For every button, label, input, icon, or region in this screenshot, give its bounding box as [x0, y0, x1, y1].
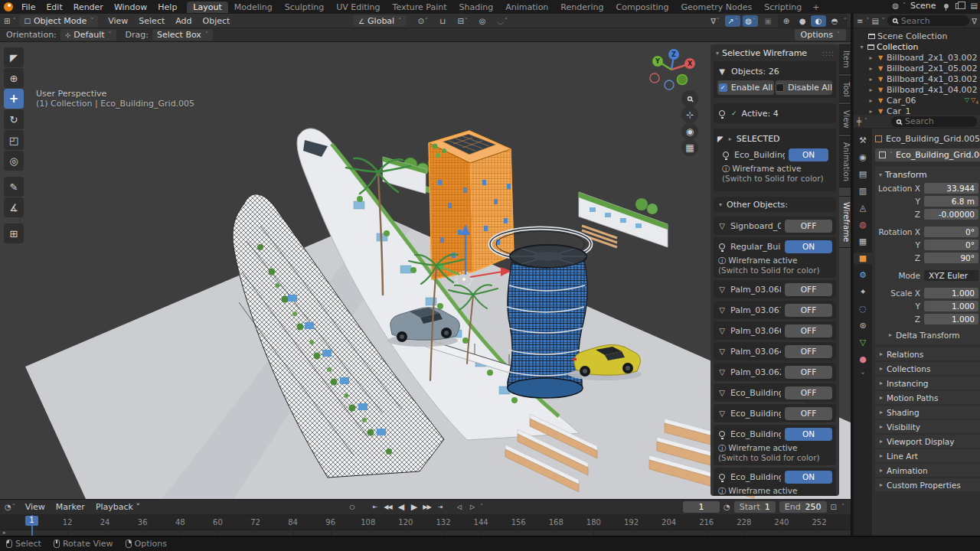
section-motion-paths[interactable]: ▸Motion Paths [875, 391, 980, 404]
prev-keyframe-button[interactable]: ◀◀ [382, 501, 394, 513]
camera-view-button[interactable]: ◉ [681, 123, 698, 140]
modifiers-tab[interactable]: ⚙ [854, 269, 872, 281]
menu-window[interactable]: Window [109, 2, 152, 13]
tool-tab[interactable]: ⚒ [854, 135, 872, 146]
snap-magnet-icon[interactable]: ⊔ [435, 15, 450, 27]
field-value-y[interactable]: 6.8 m [924, 196, 978, 207]
workspace-tab-rendering[interactable]: Rendering [554, 2, 609, 13]
filter-icon[interactable]: ∇ [972, 17, 977, 25]
outliner-row-billboard-4x1-04-002[interactable]: ▸▼Billboard_4x1_04.002▽ [858, 84, 980, 95]
measure-tool[interactable]: ∡ [4, 197, 24, 217]
workspace-tab-modeling[interactable]: Modeling [228, 2, 279, 13]
field-value-z[interactable]: -0.00000 [924, 209, 978, 220]
stopwatch-icon[interactable]: ◔ [724, 503, 730, 511]
section-visibility[interactable]: ▸Visibility [875, 420, 980, 433]
mesh-orange-icon[interactable]: ▽4 [971, 96, 978, 105]
toggle-on-button[interactable]: ON [789, 148, 828, 161]
selected-building[interactable] [429, 131, 514, 279]
field-value-location-x[interactable]: 33.944 [924, 183, 978, 194]
section-instancing[interactable]: ▸Instancing [875, 377, 980, 390]
move-tool[interactable]: + [4, 89, 24, 109]
disable-all-button[interactable]: Disable All [776, 80, 832, 95]
orthographic-toggle-button[interactable]: ▦ [681, 139, 698, 156]
step-back-button[interactable]: ◁ [453, 501, 465, 513]
workspace-tab-shading[interactable]: Shading [453, 2, 500, 13]
editor-type-outliner-icon[interactable]: ≡ [857, 17, 863, 25]
toggle-on-button[interactable]: ON [785, 240, 832, 253]
pin-scene-icon[interactable] [944, 4, 949, 8]
toggle-off-button[interactable]: OFF [785, 304, 832, 317]
constraints-tab[interactable]: ⊛ [854, 320, 872, 331]
expand-icon[interactable]: ▸ [867, 108, 874, 115]
timeline-menu-marker[interactable]: Marker [51, 501, 90, 513]
select-box-tool[interactable]: ◤ [4, 47, 24, 67]
blender-logo-icon[interactable] [4, 2, 13, 11]
section-custom-properties[interactable]: ▸Custom Properties [875, 478, 980, 491]
toggle-off-button[interactable]: OFF [785, 345, 832, 358]
timeline-track[interactable] [0, 530, 852, 536]
world-tab[interactable]: ◍ [854, 219, 872, 230]
xray-toggle-icon[interactable]: ▣ [760, 15, 776, 27]
view-layer-tab[interactable]: ▥ [854, 185, 872, 197]
view-layer-icon[interactable]: ▤ [971, 2, 978, 10]
field-value-y[interactable]: 1.000 [924, 301, 978, 311]
play-button[interactable]: ▶ [408, 501, 420, 513]
field-value-scale-x[interactable]: 1.000 [924, 288, 978, 298]
axis-neg-x[interactable] [650, 73, 659, 83]
other-objects-header[interactable]: ▾ Other Objects: [714, 197, 836, 212]
add-workspace-button[interactable]: + [808, 2, 824, 12]
step-forward-button[interactable]: ▷ [466, 501, 478, 513]
pivot-point-icon[interactable]: ⊙˅ [415, 15, 430, 27]
workspace-tab-layout[interactable]: Layout [187, 2, 227, 13]
cursor-tool[interactable]: ⊕ [4, 68, 24, 88]
expand-icon[interactable]: ▸ [867, 97, 874, 104]
outliner-row-billboard-2x1-03-002[interactable]: ▸▼Billboard_2x1_03.002∿ [858, 52, 980, 63]
show-overlays-icon[interactable]: ◍˅ [743, 15, 758, 27]
material-tab[interactable]: ● [854, 354, 872, 365]
enable-all-button[interactable]: ✓ Enable All [717, 80, 774, 95]
editor-type-timeline-icon[interactable]: ◔ [5, 503, 11, 511]
section-animation[interactable]: ▸Animation [875, 464, 980, 477]
expand-icon[interactable]: ▸ [867, 86, 874, 93]
selected-header[interactable]: ◤ ▸ SELECTED [717, 132, 832, 145]
transform-tool[interactable]: ◎ [4, 151, 24, 171]
editor-type-viewport-icon[interactable]: ⊞ [4, 17, 10, 25]
field-value-mode[interactable]: XYZ Euler [924, 270, 978, 281]
object-type-visibility-icon[interactable]: ∇˅ [707, 15, 723, 27]
section-line-art[interactable]: ▸Line Art [875, 449, 980, 462]
jump-to-end-button[interactable]: ⇥ [434, 501, 446, 513]
frame-end-field[interactable]: End250 [779, 501, 827, 513]
particles-tab[interactable]: ✦ [854, 286, 872, 298]
outliner-row-billboard-4x1-03-002[interactable]: ▸▼Billboard_4x1_03.002▽ [858, 73, 980, 84]
play-reverse-button[interactable]: ◀ [395, 501, 407, 513]
pan-button[interactable]: ⊹ [681, 106, 698, 123]
scene-tab[interactable]: ◬ [854, 202, 872, 214]
scale-tool[interactable]: ◰ [4, 130, 24, 150]
proportional-falloff-icon[interactable]: ◡˅ [495, 15, 510, 27]
panel-header[interactable]: ▾ Selective Wireframe :::: [714, 47, 836, 61]
section-shading[interactable]: ▸Shading [875, 406, 980, 419]
workspace-tab-animation[interactable]: Animation [499, 2, 554, 13]
outliner-row-billboard-2x1-05-002[interactable]: ▸▼Billboard_2x1_05.002∿ [858, 63, 980, 73]
jump-to-start-button[interactable]: ⇤ [369, 501, 381, 513]
workspace-tab-geometry-nodes[interactable]: Geometry Nodes [675, 2, 758, 13]
editor-type-properties-icon[interactable]: ╪ [857, 117, 861, 126]
outliner-row-scene-collection[interactable]: Scene Collection [858, 31, 980, 41]
viewport-menu-select[interactable]: Select [133, 15, 170, 27]
field-value-z[interactable]: 1.000 [924, 314, 978, 324]
menu-edit[interactable]: Edit [41, 2, 67, 13]
collection-tab[interactable]: ▦ [854, 236, 872, 247]
next-keyframe-button[interactable]: ▶▶ [421, 501, 433, 513]
viewport-menu-object[interactable]: Object [198, 15, 236, 27]
more-tabs[interactable]: ˅ [854, 370, 872, 382]
expand-icon[interactable]: ▸ [867, 76, 874, 83]
toggle-off-button[interactable]: OFF [785, 283, 832, 296]
toggle-on-button[interactable]: ON [785, 428, 832, 441]
playhead-frame-label[interactable]: 1 [25, 516, 38, 526]
viewport-menu-view[interactable]: View [103, 15, 133, 27]
sync-range-icon[interactable]: ⊡ [831, 503, 837, 511]
wireframe-shading-icon[interactable]: ⊕ [779, 15, 794, 27]
physics-tab[interactable]: ◌ [854, 303, 872, 315]
show-gizmo-icon[interactable]: ↗˅ [725, 15, 740, 27]
frame-start-field[interactable]: Start1 [734, 501, 776, 513]
